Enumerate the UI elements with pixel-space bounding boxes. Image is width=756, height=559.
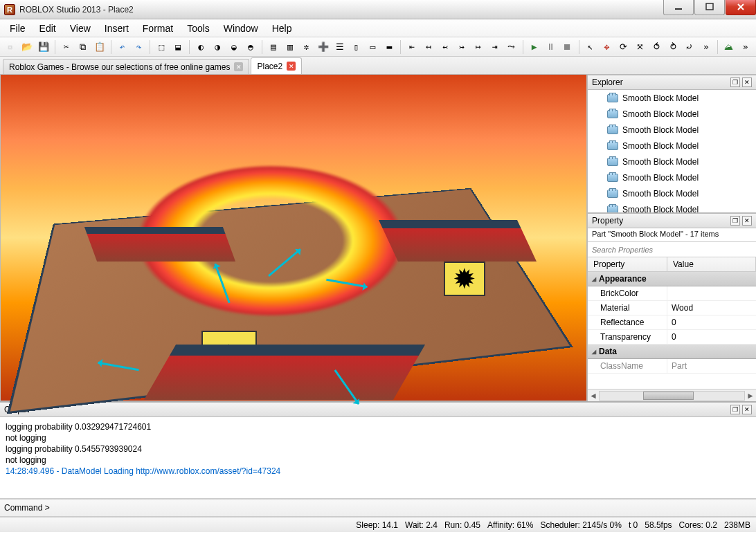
tree-item[interactable]: Smooth Block Model xyxy=(588,201,756,213)
redo-icon[interactable]: ↷ xyxy=(131,39,146,55)
ungroup-icon[interactable]: ⬓ xyxy=(170,39,186,55)
property-row[interactable]: BrickColor xyxy=(588,286,756,301)
panel-header[interactable]: Output ❐ ✕ xyxy=(0,402,756,417)
scroll-left-icon[interactable]: ◄ xyxy=(588,391,599,401)
ff-icon[interactable]: ↣ xyxy=(454,39,469,55)
close-icon[interactable]: ✕ xyxy=(234,62,243,71)
property-value[interactable]: 0 xyxy=(667,315,756,329)
play-icon[interactable]: ▶ xyxy=(527,39,542,55)
command-input[interactable] xyxy=(53,502,752,514)
undock-icon[interactable]: ❐ xyxy=(730,216,740,226)
step-prev-icon[interactable]: ↤ xyxy=(421,39,436,55)
step-back-icon[interactable]: ⇤ xyxy=(404,39,420,55)
terrain-icon[interactable]: ⛰ xyxy=(721,39,737,55)
new-file-icon[interactable]: ▫ xyxy=(3,39,18,55)
move-tool-icon[interactable]: ✥ xyxy=(599,39,614,55)
property-category[interactable]: Data xyxy=(588,345,756,359)
group-icon[interactable]: ⬚ xyxy=(154,39,169,55)
rotate-icon[interactable]: ⟳ xyxy=(615,39,631,55)
step-next-icon[interactable]: ↦ xyxy=(471,39,486,55)
viewport-3d[interactable] xyxy=(0,75,587,401)
property-row[interactable]: Transparency0 xyxy=(588,330,756,345)
open-file-icon[interactable]: 📂 xyxy=(19,39,35,55)
close-icon[interactable]: ✕ xyxy=(742,77,752,87)
layout-a-icon[interactable]: ▯ xyxy=(349,39,364,55)
menu-insert[interactable]: Insert xyxy=(98,21,136,36)
explorer-tree[interactable]: Smooth Block ModelSmooth Block ModelSmoo… xyxy=(588,90,756,213)
panel-header[interactable]: Explorer ❐ ✕ xyxy=(588,75,756,90)
scale-icon[interactable]: ⤧ xyxy=(632,39,647,55)
stop-icon[interactable]: ⏹ xyxy=(560,39,575,55)
tab-browser[interactable]: Roblox Games - Browse our selections of … xyxy=(3,59,249,74)
tree-item[interactable]: Smooth Block Model xyxy=(588,90,756,106)
properties-grid[interactable]: AppearanceBrickColorMaterialWoodReflecta… xyxy=(588,272,756,389)
copy-icon[interactable]: ⧉ xyxy=(75,39,91,55)
tool-c-icon[interactable]: ◒ xyxy=(226,39,242,55)
scroll-right-icon[interactable]: ► xyxy=(745,391,756,401)
cut-icon[interactable]: ✂ xyxy=(59,39,74,55)
minimize-button[interactable] xyxy=(663,0,694,15)
tree-item[interactable]: Smooth Block Model xyxy=(588,106,756,122)
property-row[interactable]: ClassNamePart xyxy=(588,359,756,374)
tool-b-icon[interactable]: ◑ xyxy=(210,39,225,55)
property-value[interactable]: Wood xyxy=(667,301,756,315)
output-log[interactable]: logging probability 0.032929471724601not… xyxy=(0,417,756,499)
close-icon[interactable]: ✕ xyxy=(742,405,752,414)
menu-edit[interactable]: Edit xyxy=(33,21,63,36)
paste-icon[interactable]: 📋 xyxy=(92,39,107,55)
property-row[interactable]: MaterialWood xyxy=(588,301,756,315)
search-properties-input[interactable] xyxy=(588,242,756,257)
undock-icon[interactable]: ❐ xyxy=(730,405,740,414)
tab-place2[interactable]: Place2 ✕ xyxy=(251,57,302,74)
property-category[interactable]: Appearance xyxy=(588,272,756,286)
close-icon[interactable]: ✕ xyxy=(742,216,752,226)
transform-a-icon[interactable]: ⥀ xyxy=(649,39,664,55)
property-name: Material xyxy=(588,301,667,315)
undo-icon[interactable]: ↶ xyxy=(115,39,130,55)
menu-file[interactable]: File xyxy=(3,21,33,36)
tree-item[interactable]: Smooth Block Model xyxy=(588,138,756,154)
rewind-icon[interactable]: ↢ xyxy=(438,39,453,55)
tool-d-icon[interactable]: ◓ xyxy=(243,39,258,55)
tree-item[interactable]: Smooth Block Model xyxy=(588,185,756,201)
menu-window[interactable]: Window xyxy=(217,21,265,36)
horizontal-scrollbar[interactable]: ◄ ► xyxy=(588,389,756,401)
menu-format[interactable]: Format xyxy=(136,21,180,36)
layout-b-icon[interactable]: ▭ xyxy=(365,39,380,55)
tab-label: Place2 xyxy=(257,62,282,71)
pause-icon[interactable]: ⏸ xyxy=(543,39,559,55)
undock-icon[interactable]: ❐ xyxy=(730,77,740,87)
panel-e-icon[interactable]: ☰ xyxy=(332,39,348,55)
tree-item[interactable]: Smooth Block Model xyxy=(588,122,756,138)
close-button[interactable] xyxy=(726,0,756,15)
panel-b-icon[interactable]: ▥ xyxy=(282,39,298,55)
transform-c-icon[interactable]: ⤾ xyxy=(682,39,697,55)
scroll-thumb[interactable] xyxy=(643,392,694,400)
save-file-icon[interactable]: 💾 xyxy=(36,39,51,55)
panel-d-icon[interactable]: ➕ xyxy=(316,39,331,55)
menu-view[interactable]: View xyxy=(63,21,98,36)
panel-a-icon[interactable]: ▤ xyxy=(266,39,281,55)
tree-item[interactable]: Smooth Block Model xyxy=(588,169,756,185)
goto-icon[interactable]: ⤳ xyxy=(504,39,519,55)
maximize-button[interactable] xyxy=(694,0,725,15)
step-fwd-icon[interactable]: ⇥ xyxy=(487,39,503,55)
panel-c-icon[interactable]: ✲ xyxy=(299,39,314,55)
overflow-icon[interactable]: » xyxy=(699,39,714,55)
menu-help[interactable]: Help xyxy=(265,21,299,36)
panel-header[interactable]: Property ❐ ✕ xyxy=(588,213,756,228)
layout-c-icon[interactable]: ▬ xyxy=(381,39,397,55)
property-row[interactable]: Reflectance0 xyxy=(588,315,756,330)
close-icon[interactable]: ✕ xyxy=(287,62,296,71)
property-value[interactable]: 0 xyxy=(667,330,756,344)
tool-a-icon[interactable]: ◐ xyxy=(193,39,208,55)
property-value[interactable] xyxy=(667,286,756,300)
scroll-track[interactable] xyxy=(599,391,745,401)
wall xyxy=(379,220,537,262)
cursor-icon[interactable]: ↖ xyxy=(583,39,598,55)
property-value[interactable]: Part xyxy=(667,359,756,373)
transform-b-icon[interactable]: ⥁ xyxy=(665,39,681,55)
menu-tools[interactable]: Tools xyxy=(180,21,217,36)
overflow2-icon[interactable]: » xyxy=(738,39,753,55)
tree-item[interactable]: Smooth Block Model xyxy=(588,154,756,169)
